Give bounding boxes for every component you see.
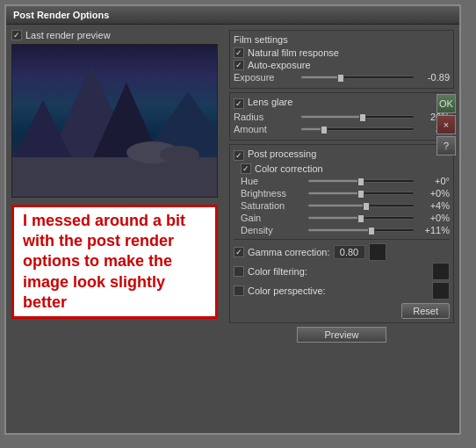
gamma-color-swatch [369,243,386,261]
post-processing-title-row: Post processing [234,148,450,162]
preview-checkbox-row: Last render preview [11,30,222,40]
lens-glare-title-row: Lens glare [234,97,450,110]
film-settings-title: Film settings [234,34,450,45]
saturation-fill [308,205,366,206]
saturation-value: +4% [418,200,450,211]
exposure-fill [301,76,341,78]
saturation-row: Saturation +4% [241,200,450,211]
post-processing-title: Post processing [248,148,316,159]
hue-thumb[interactable] [357,177,364,186]
window-title: Post Render Options [13,10,109,20]
density-label: Density [241,225,304,235]
hue-slider[interactable] [307,179,415,183]
last-render-preview-checkbox[interactable] [11,30,22,40]
saturation-slider[interactable] [307,204,415,207]
auto-exposure-checkbox[interactable] [234,60,244,70]
color-filtering-row: Color filtering: [234,263,450,280]
gamma-correction-row: Gamma correction: [234,243,450,261]
amount-row: Amount 3% [234,124,450,134]
gain-row: Gain +0% [241,213,450,223]
gain-thumb[interactable] [357,214,364,223]
color-perspective-row: Color perspective: [234,282,450,300]
lens-glare-checkbox[interactable] [234,98,244,109]
brightness-row: Brightness +0% [241,188,450,199]
exposure-label: Exposure [234,72,297,83]
annotation-text: I messed around a bit with the post rend… [23,211,206,314]
radius-slider[interactable] [300,115,415,119]
exposure-slider[interactable] [300,76,415,79]
saturation-label: Saturation [241,200,304,211]
annotation-box: I messed around a bit with the post rend… [11,205,218,319]
radius-fill [301,116,363,118]
film-settings-section: Film settings Natural film response Auto… [229,30,454,89]
hue-row: Hue +0° [241,176,450,186]
natural-film-row: Natural film response [234,47,450,58]
saturation-thumb[interactable] [363,202,370,211]
color-perspective-label: Color perspective: [248,285,326,296]
brightness-label: Brightness [241,188,304,199]
color-filtering-swatch [432,263,450,280]
right-panel: Film settings Natural film response Auto… [229,30,454,343]
cancel-button[interactable]: × [436,115,456,134]
color-perspective-swatch [432,282,450,300]
density-value: +11% [418,225,450,235]
gamma-correction-checkbox[interactable] [234,247,244,257]
color-correction-title-row: Color correction [241,163,450,174]
color-filtering-checkbox[interactable] [234,266,244,277]
color-perspective-checkbox[interactable] [234,285,244,296]
title-bar: Post Render Options [6,6,459,25]
render-preview-image [11,44,218,198]
color-correction-label: Color correction [255,163,323,174]
exposure-value: -0.89 [418,72,450,83]
hue-label: Hue [241,176,304,186]
amount-slider[interactable] [300,127,415,131]
amount-label: Amount [234,124,297,134]
rock-2 [160,146,199,163]
gamma-correction-label: Gamma correction: [248,247,330,257]
color-correction-checkbox[interactable] [241,163,251,174]
preview-button[interactable]: Preview [297,327,386,343]
reset-button[interactable]: Reset [401,303,450,319]
auto-exposure-label: Auto-exposure [248,60,311,70]
brightness-value: +0% [418,188,450,199]
radius-row: Radius 26% [234,112,450,122]
gain-label: Gain [241,213,304,223]
reset-button-row: Reset [234,303,450,319]
radius-thumb[interactable] [359,113,366,122]
last-render-preview-label: Last render preview [25,30,111,40]
density-row: Density +11% [241,225,450,235]
post-processing-section: Post processing Color correction Hue +0°… [229,144,454,323]
auto-exposure-row: Auto-exposure [234,60,450,70]
natural-film-checkbox[interactable] [234,47,244,58]
gain-value: +0% [418,213,450,223]
ground [12,157,217,197]
ok-button[interactable]: OK [436,94,456,113]
density-fill [308,229,371,231]
color-filtering-label: Color filtering: [248,266,307,277]
lens-glare-section: Lens glare Radius 26% Amount [229,92,454,141]
hue-fill [308,180,361,182]
left-panel: Last render preview I messed around a bi… [11,30,222,343]
help-button[interactable]: ? [436,136,456,155]
gamma-correction-input[interactable] [334,245,365,259]
gain-slider[interactable] [307,216,415,220]
gain-fill [308,217,361,219]
radius-label: Radius [234,112,297,122]
mountain-3 [12,100,74,162]
brightness-fill [308,192,361,194]
density-slider[interactable] [307,228,415,232]
lens-glare-title: Lens glare [248,97,292,107]
preview-button-row: Preview [229,327,454,343]
natural-film-label: Natural film response [248,47,339,58]
main-window: Post Render Options Last render preview … [4,4,461,435]
divider-1 [234,239,450,240]
brightness-thumb[interactable] [357,190,364,199]
exposure-thumb[interactable] [337,74,344,83]
exposure-row: Exposure -0.89 [234,72,450,83]
hue-value: +0° [418,176,450,186]
amount-thumb[interactable] [321,126,328,134]
post-processing-checkbox[interactable] [234,150,244,161]
brightness-slider[interactable] [307,191,415,195]
density-thumb[interactable] [368,227,375,235]
side-buttons-panel: OK × ? [436,94,456,155]
